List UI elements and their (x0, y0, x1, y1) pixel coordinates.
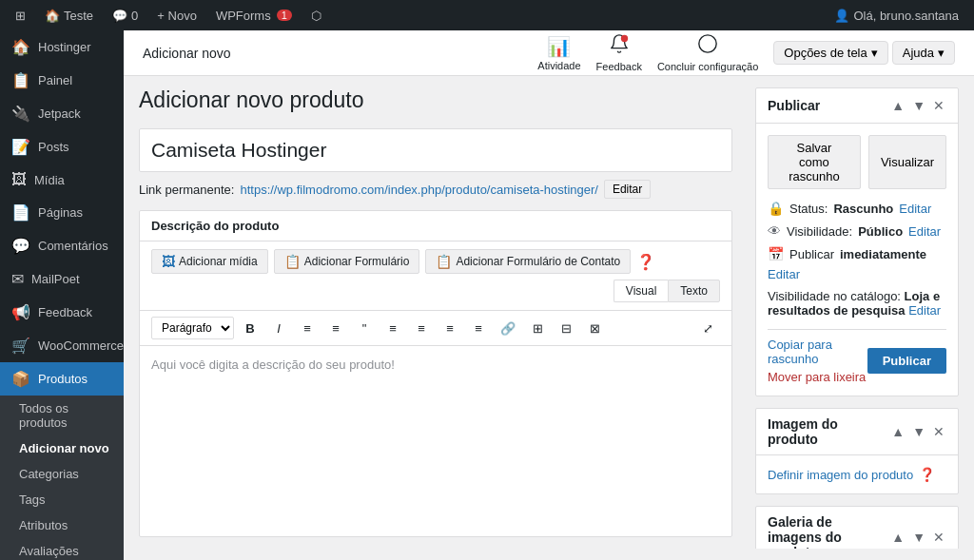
publish-button[interactable]: Publicar (867, 348, 946, 374)
sidebar-item-painel[interactable]: 📋 Painel (0, 64, 124, 97)
sidebar-item-comments[interactable]: 💬 Comentários (0, 229, 124, 262)
product-title-input[interactable] (139, 128, 732, 172)
publish-collapse-up[interactable]: ▲ (889, 96, 906, 115)
wpforms-item[interactable]: WPForms 1 (208, 0, 300, 30)
visual-tab[interactable]: Visual (614, 280, 668, 302)
add-media-label: Adicionar mídia (179, 255, 258, 268)
main-layout: 🏠 Hostinger 📋 Painel 🔌 Jetpack 📝 Posts 🖼… (0, 30, 974, 560)
gallery-collapse-up[interactable]: ▲ (889, 528, 906, 547)
subitem-adicionar-novo[interactable]: Adicionar novo (0, 435, 124, 461)
align-justify-button[interactable]: ≡ (466, 318, 491, 339)
preview-button[interactable]: Visualizar (868, 135, 946, 189)
img-collapse-up[interactable]: ▲ (889, 422, 906, 441)
sidebar-item-pages[interactable]: 📄 Páginas (0, 196, 124, 229)
expand-button[interactable]: ⤢ (695, 318, 720, 339)
blockquote-button[interactable]: " (352, 318, 377, 339)
subitem-categorias[interactable]: Categorias (0, 461, 124, 487)
sidebar-item-jetpack[interactable]: 🔌 Jetpack (0, 97, 124, 130)
new-item[interactable]: + Novo (149, 0, 205, 30)
align-center-button[interactable]: ≡ (409, 318, 434, 339)
publish-footer-links: Copiar para rascunho Mover para lixeira (768, 338, 867, 384)
publish-close[interactable]: ✕ (931, 96, 946, 115)
user-greeting-item[interactable]: 👤 Olá, bruno.santana (827, 0, 966, 30)
pages-icon: 📄 (11, 203, 30, 222)
img-collapse-down[interactable]: ▼ (910, 422, 927, 441)
sidebar-item-posts[interactable]: 📝 Posts (0, 130, 124, 164)
visibility-label: Visibilidade: (787, 224, 852, 239)
activity-icon: 📊 (547, 35, 571, 58)
sidebar-label-hostinger: Hostinger (38, 40, 91, 54)
help-chevron-icon: ▾ (938, 46, 945, 60)
settings-action[interactable]: Concluir configuração (657, 33, 758, 72)
move-to-trash-link[interactable]: Mover para lixeira (768, 370, 867, 384)
activity-label: Atividade (537, 60, 580, 71)
sidebar-item-media[interactable]: 🖼 Mídia (0, 164, 124, 196)
subitem-categorias-label: Categorias (19, 467, 79, 481)
table-col-button[interactable]: ⊟ (554, 318, 578, 339)
add-media-button[interactable]: 🖼 Adicionar mídia (151, 249, 268, 274)
gallery-box-header: Galeria de imagens do produto ▲ ▼ ✕ (756, 507, 958, 549)
bold-button[interactable]: B (238, 318, 263, 339)
status-value: Rascunho (833, 202, 893, 216)
subitem-atributos[interactable]: Atributos (0, 512, 124, 538)
activity-action[interactable]: 📊 Atividade (537, 35, 580, 71)
subitem-todos-produtos[interactable]: Todos os produtos (0, 396, 124, 435)
permalink-edit-button[interactable]: Editar (604, 180, 651, 199)
permalink-link[interactable]: https://wp.filmodromo.com/index.php/prod… (240, 183, 597, 197)
visibility-icon: 👁 (768, 223, 781, 239)
sidebar-item-woocommerce[interactable]: 🛒 WooCommerce (0, 329, 124, 362)
sidebar-label-jetpack: Jetpack (38, 106, 81, 121)
table-button[interactable]: ⊞ (525, 318, 550, 339)
feedback-action[interactable]: Feedback (596, 33, 642, 72)
subitem-todos-label: Todos os produtos (19, 401, 68, 430)
sidebar-item-mailpoet[interactable]: ✉ MailPoet (0, 262, 124, 296)
ordered-list-button[interactable]: ≡ (323, 318, 348, 339)
gallery-close[interactable]: ✕ (931, 528, 946, 547)
add-contact-form-button[interactable]: 📋 Adicionar Formulário de Contato (425, 249, 631, 274)
settings-icon (697, 33, 718, 59)
sidebar-item-feedback[interactable]: 📢 Feedback (0, 296, 124, 329)
visibility-edit-link[interactable]: Editar (908, 224, 941, 239)
produtos-submenu: Todos os produtos Adicionar novo Categor… (0, 396, 124, 560)
gallery-collapse-down[interactable]: ▼ (910, 528, 927, 547)
description-help-icon[interactable]: ❓ (636, 253, 655, 271)
jetpack-icon: 🔌 (11, 105, 30, 123)
editor-placeholder: Aqui você digita a descrição do seu prod… (151, 357, 395, 372)
sidebar-item-produtos[interactable]: 📦 Produtos (0, 362, 124, 396)
screen-options-button[interactable]: Opções de tela ▾ (773, 41, 887, 65)
unordered-list-button[interactable]: ≡ (295, 318, 320, 339)
wp-logo-item[interactable]: ⊞ (8, 0, 33, 30)
save-draft-button[interactable]: Salvar como rascunho (768, 135, 861, 189)
define-image-row: Definir imagem do produto ❓ (768, 467, 946, 482)
comments-count: 0 (131, 9, 138, 23)
permalink-label: Link permanente: (139, 183, 234, 197)
subitem-tags[interactable]: Tags (0, 487, 124, 512)
publish-date-edit-link[interactable]: Editar (768, 267, 800, 281)
comments-item[interactable]: 💬 0 (105, 0, 146, 30)
sidebar-item-hostinger[interactable]: 🏠 Hostinger (0, 30, 124, 64)
dollar-icon-item[interactable]: ⬡ (303, 0, 329, 30)
define-image-link[interactable]: Definir imagem do produto (768, 468, 913, 482)
screen-options-group: Opções de tela ▾ Ajuda ▾ (773, 41, 955, 65)
publish-collapse-down[interactable]: ▼ (910, 96, 927, 115)
add-form-button[interactable]: 📋 Adicionar Formulário (274, 249, 420, 274)
paragraph-select[interactable]: Parágrafo (151, 317, 234, 339)
editor-area[interactable]: Aqui você digita a descrição do seu prod… (140, 346, 731, 536)
img-close[interactable]: ✕ (931, 422, 946, 441)
link-button[interactable]: 🔗 (495, 318, 521, 339)
settings-label: Concluir configuração (657, 61, 758, 72)
help-button[interactable]: Ajuda ▾ (892, 41, 955, 65)
align-right-button[interactable]: ≡ (438, 318, 462, 339)
site-name-item[interactable]: 🏠 Teste (37, 0, 101, 30)
top-nav-title: Adicionar novo (143, 46, 231, 61)
table-row-button[interactable]: ⊠ (582, 318, 607, 339)
align-left-button[interactable]: ≡ (380, 318, 405, 339)
italic-button[interactable]: I (266, 318, 291, 339)
copy-to-draft-link[interactable]: Copiar para rascunho (768, 338, 867, 366)
catalog-edit-link[interactable]: Editar (908, 303, 941, 318)
status-row: 🔒 Status: Rascunho Editar (768, 201, 946, 216)
define-image-help-icon[interactable]: ❓ (919, 467, 935, 482)
subitem-avaliacoes[interactable]: Avaliações (0, 538, 124, 560)
status-edit-link[interactable]: Editar (899, 202, 931, 216)
text-tab[interactable]: Texto (668, 280, 720, 302)
